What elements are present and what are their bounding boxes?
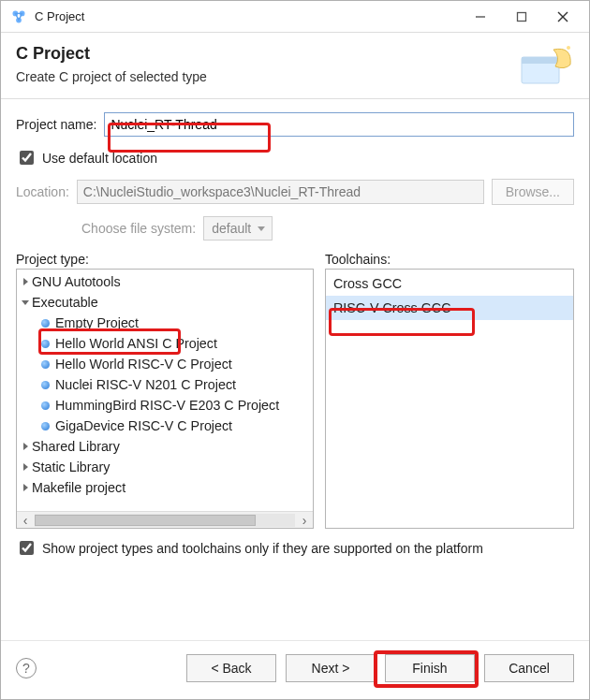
tree-item[interactable]: Hello World ANSI C Project [17, 333, 313, 354]
bullet-icon [41, 340, 50, 348]
app-icon [10, 8, 27, 25]
bullet-icon [41, 422, 50, 430]
chevron-down-icon [21, 300, 30, 305]
platform-filter-checkbox[interactable]: Show project types and toolchains only i… [16, 538, 574, 558]
button-bar: ? < Back Next > Finish Cancel [1, 640, 589, 699]
bullet-icon [41, 401, 50, 410]
maximize-button[interactable] [501, 3, 542, 31]
tree-item[interactable]: Nuclei RISC-V N201 C Project [17, 374, 313, 395]
tree-item-empty-project[interactable]: Empty Project [17, 313, 313, 333]
use-default-location-input[interactable] [20, 151, 34, 165]
tree-folder[interactable]: Shared Library [17, 436, 313, 457]
tree-folder[interactable]: Makefile project [17, 477, 313, 498]
bullet-icon [41, 360, 50, 369]
minimize-button[interactable] [460, 3, 501, 31]
chevron-right-icon [21, 443, 30, 450]
toolchain-item[interactable]: Cross GCC [326, 271, 573, 296]
svg-rect-8 [522, 57, 559, 64]
tree-folder[interactable]: GNU Autotools [17, 271, 313, 292]
tree-item[interactable]: HummingBird RISC-V E203 C Project [17, 395, 313, 416]
dialog-window: C Project C Project Create C project of … [0, 0, 590, 700]
platform-filter-input[interactable] [20, 541, 34, 555]
toolchain-item-riscv[interactable]: RISC-V Cross GCC [326, 296, 573, 320]
scrollbar-track[interactable] [35, 514, 295, 527]
project-name-label: Project name: [16, 117, 96, 132]
horizontal-scrollbar[interactable]: ‹ › [17, 511, 313, 528]
form-area: Project name: Use default location Locat… [1, 99, 589, 248]
tree-folder[interactable]: Static Library [17, 457, 313, 477]
filesystem-select: default [203, 216, 273, 241]
finish-button[interactable]: Finish [385, 654, 475, 682]
scroll-left-icon[interactable]: ‹ [17, 512, 34, 529]
tree-item[interactable]: Hello World RISC-V C Project [17, 354, 313, 374]
use-default-location-checkbox[interactable]: Use default location [16, 148, 574, 168]
location-input [77, 180, 484, 204]
cancel-button[interactable]: Cancel [484, 654, 574, 682]
project-type-list[interactable]: GNU Autotools Executable Empty Project H… [16, 269, 314, 529]
chevron-right-icon [21, 484, 30, 491]
tree-folder[interactable]: Executable [17, 292, 313, 313]
next-button[interactable]: Next > [286, 654, 376, 682]
svg-point-9 [567, 46, 570, 50]
bullet-icon [41, 381, 50, 389]
svg-rect-4 [518, 12, 526, 21]
bullet-icon [41, 319, 50, 328]
project-type-label: Project type: [16, 252, 314, 267]
titlebar: C Project [1, 1, 589, 33]
window-title: C Project [35, 9, 84, 23]
chevron-right-icon [21, 278, 30, 285]
location-label: Location: [16, 184, 69, 199]
close-button[interactable] [542, 3, 583, 31]
browse-button: Browse... [492, 179, 574, 205]
choose-filesystem-label: Choose file system: [81, 221, 196, 236]
page-subtitle: Create C project of selected type [16, 69, 518, 84]
tree-item[interactable]: GigaDevice RISC-V C Project [17, 416, 313, 436]
use-default-location-label: Use default location [42, 151, 157, 166]
scroll-right-icon[interactable]: › [296, 512, 313, 529]
toolchains-list[interactable]: Cross GCC RISC-V Cross GCC [325, 269, 574, 529]
dialog-header: C Project Create C project of selected t… [1, 33, 589, 99]
wizard-banner-icon [518, 44, 574, 89]
page-title: C Project [16, 44, 518, 64]
back-button[interactable]: < Back [186, 654, 276, 682]
chevron-right-icon [21, 463, 30, 471]
project-name-input[interactable] [104, 112, 574, 137]
lists-area: Project type: GNU Autotools Executable E… [1, 248, 589, 529]
platform-filter-label: Show project types and toolchains only i… [42, 541, 483, 556]
scrollbar-thumb[interactable] [35, 515, 256, 526]
toolchains-label: Toolchains: [325, 252, 574, 267]
help-icon[interactable]: ? [16, 658, 37, 678]
